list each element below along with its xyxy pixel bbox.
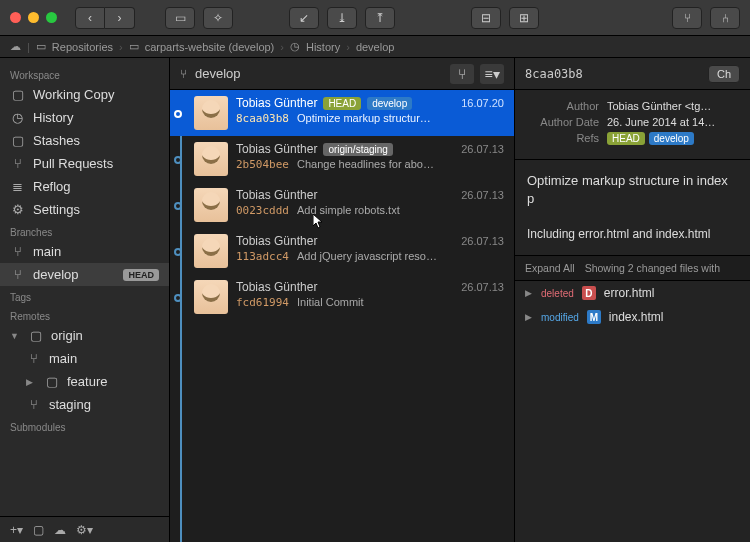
- sidebar-remote-main[interactable]: ⑂main: [0, 347, 169, 370]
- file-badge: D: [582, 286, 596, 300]
- sidebar-item-label: Reflog: [33, 179, 71, 194]
- commit-message-title: Optimize markup structure in index p: [527, 172, 738, 208]
- disclosure-icon[interactable]: ▼: [10, 331, 20, 341]
- branch-button[interactable]: ⑂: [672, 7, 702, 29]
- pull-button[interactable]: ⤓: [327, 7, 357, 29]
- refs-label: Refs: [527, 132, 599, 145]
- ref-badge: HEAD: [607, 132, 645, 145]
- file-name: error.html: [604, 286, 655, 300]
- disclosure-icon[interactable]: ▶: [525, 288, 533, 298]
- file-row[interactable]: ▶ deleted D error.html: [515, 281, 750, 305]
- branch-icon: ⑂: [180, 67, 187, 81]
- sidebar-item-stashes[interactable]: ▢Stashes: [0, 129, 169, 152]
- graph-dot: [174, 110, 182, 118]
- minimize-window-button[interactable]: [28, 12, 39, 23]
- forward-button[interactable]: ›: [105, 7, 135, 29]
- sidebar-item-settings[interactable]: ⚙Settings: [0, 198, 169, 221]
- sidebar-remote-origin[interactable]: ▼▢origin: [0, 324, 169, 347]
- titlebar: ‹ › ▭ ✧ ↙ ⤓ ⤒ ⊟ ⊞ ⑂ ⑃: [0, 0, 750, 36]
- head-badge: HEAD: [123, 269, 159, 281]
- files-showing-text: Showing 2 changed files with: [585, 262, 720, 274]
- pr-icon: ⑂: [10, 156, 25, 171]
- cloud-icon: ☁: [10, 40, 21, 53]
- graph-toggle-button[interactable]: ⑂: [450, 64, 474, 84]
- expand-all-button[interactable]: Expand All: [525, 262, 575, 274]
- magic-button[interactable]: ✧: [203, 7, 233, 29]
- sidebar-remote-staging[interactable]: ⑂staging: [0, 393, 169, 416]
- add-button[interactable]: +▾: [10, 523, 23, 537]
- folder-icon: ▢: [28, 328, 43, 343]
- settings-button[interactable]: ⚙▾: [76, 523, 93, 537]
- sidebar-item-reflog[interactable]: ≣Reflog: [0, 175, 169, 198]
- commit-row[interactable]: Tobias Günther 26.07.13 113adcc4 Add jQu…: [170, 228, 514, 274]
- commit-message-short: Add jQuery javascript reso…: [297, 250, 437, 263]
- back-button[interactable]: ‹: [75, 7, 105, 29]
- branch-icon: ⑂: [10, 244, 25, 259]
- avatar: [194, 142, 228, 176]
- cloud-button[interactable]: ☁: [54, 523, 66, 537]
- date-value: 26. June 2014 at 14…: [607, 116, 738, 128]
- sidebar-item-working-copy[interactable]: ▢Working Copy: [0, 83, 169, 106]
- section-header-workspace: Workspace: [0, 64, 169, 83]
- commit-row[interactable]: Tobias Günther HEADdevelop 16.07.20 8caa…: [170, 90, 514, 136]
- clock-icon: ◷: [290, 40, 300, 53]
- commit-author: Tobias Günther: [236, 142, 317, 156]
- disclosure-icon[interactable]: ▶: [26, 377, 36, 387]
- view-options-button[interactable]: ≡▾: [480, 64, 504, 84]
- breadcrumb-item[interactable]: Repositories: [52, 41, 113, 53]
- branch-icon: ⑂: [26, 397, 41, 412]
- commit-author: Tobias Günther: [236, 234, 317, 248]
- folder-icon: ▢: [10, 133, 25, 148]
- graph-dot: [174, 294, 182, 302]
- detail-panel: 8caa03b8 Ch AuthorTobias Günther <tg… Au…: [515, 58, 750, 542]
- push-button[interactable]: ⤒: [365, 7, 395, 29]
- ref-badge: develop: [649, 132, 694, 145]
- sidebar-branch-develop[interactable]: ⑂developHEAD: [0, 263, 169, 286]
- sidebar-item-label: feature: [67, 374, 107, 389]
- checkout-button[interactable]: Ch: [708, 65, 740, 83]
- repo-icon: ▭: [36, 40, 46, 53]
- detail-header: 8caa03b8 Ch: [515, 58, 750, 90]
- commits-panel: ⑂ develop ⑂ ≡▾ Tobias Günther HEADdevelo…: [170, 58, 515, 542]
- close-window-button[interactable]: [10, 12, 21, 23]
- zoom-window-button[interactable]: [46, 12, 57, 23]
- breadcrumb-item[interactable]: History: [306, 41, 340, 53]
- terminal-button[interactable]: ▢: [33, 523, 44, 537]
- clock-icon: ◷: [10, 110, 25, 125]
- sidebar-item-label: History: [33, 110, 73, 125]
- commit-message-body: Including error.html and index.html: [527, 226, 738, 243]
- sidebar-branch-main[interactable]: ⑂main: [0, 240, 169, 263]
- sidebar-item-label: Settings: [33, 202, 80, 217]
- sidebar-remote-feature[interactable]: ▶▢feature: [0, 370, 169, 393]
- sidebar-item-label: develop: [33, 267, 79, 282]
- section-header-submodules: Submodules: [0, 416, 169, 435]
- files-header: Expand All Showing 2 changed files with: [515, 256, 750, 281]
- commit-row[interactable]: Tobias Günther origin/staging 26.07.13 2…: [170, 136, 514, 182]
- apply-stash-button[interactable]: ⊞: [509, 7, 539, 29]
- stash-button[interactable]: ⊟: [471, 7, 501, 29]
- window-layout-button[interactable]: ▭: [165, 7, 195, 29]
- commit-row[interactable]: Tobias Günther 26.07.13 0023cddd Add sim…: [170, 182, 514, 228]
- disclosure-icon[interactable]: ▶: [525, 312, 533, 322]
- section-header-tags: Tags: [0, 286, 169, 305]
- sidebar-item-history[interactable]: ◷History: [0, 106, 169, 129]
- commit-author: Tobias Günther: [236, 96, 317, 110]
- avatar: [194, 188, 228, 222]
- breadcrumb-item[interactable]: develop: [356, 41, 395, 53]
- merge-button[interactable]: ⑃: [710, 7, 740, 29]
- commit-row[interactable]: Tobias Günther 26.07.13 fcd61994 Initial…: [170, 274, 514, 320]
- ref-badge: origin/staging: [323, 143, 392, 156]
- file-list: ▶ deleted D error.html ▶ modified M inde…: [515, 281, 750, 329]
- file-row[interactable]: ▶ modified M index.html: [515, 305, 750, 329]
- gear-icon: ⚙: [10, 202, 25, 217]
- sidebar-item-label: origin: [51, 328, 83, 343]
- breadcrumb-item[interactable]: carparts-website (develop): [145, 41, 275, 53]
- detail-hash: 8caa03b8: [525, 67, 583, 81]
- commit-hash: fcd61994: [236, 296, 289, 309]
- commit-hash: 2b504bee: [236, 158, 289, 171]
- file-name: index.html: [609, 310, 664, 324]
- sidebar-footer: +▾ ▢ ☁ ⚙▾: [0, 516, 169, 542]
- sidebar-item-pull-requests[interactable]: ⑂Pull Requests: [0, 152, 169, 175]
- commit-hash: 0023cddd: [236, 204, 289, 217]
- fetch-button[interactable]: ↙: [289, 7, 319, 29]
